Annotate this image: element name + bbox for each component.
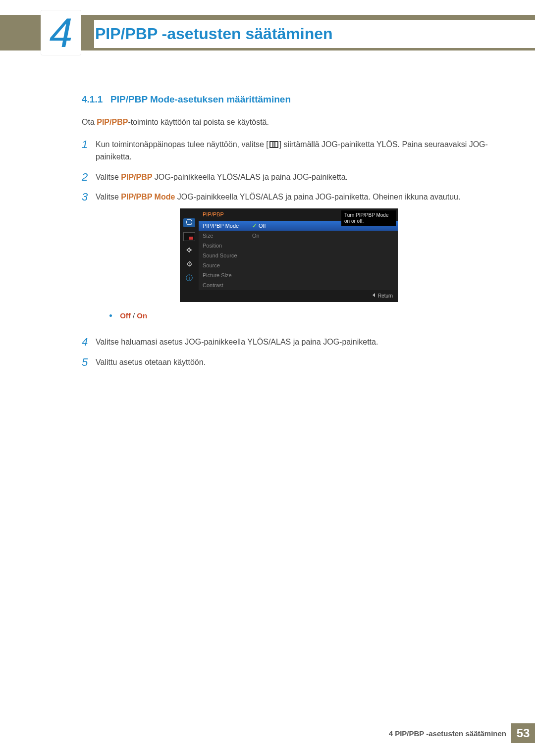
step-text: JOG-painikkeella YLÖS/ALAS ja paina JOG-… <box>152 173 348 181</box>
back-arrow-icon <box>373 293 375 297</box>
step-text: Valitse <box>96 173 121 181</box>
osd-label: Size <box>203 232 252 240</box>
content-area: 4.1.1 PIP/PBP Mode-asetuksen määrittämin… <box>82 94 490 377</box>
section-number: 4.1.1 <box>82 94 103 104</box>
step-5: 5 Valittu asetus otetaan käyttöön. <box>82 356 490 369</box>
osd-value: On <box>252 232 394 240</box>
pip-icon <box>183 232 195 241</box>
step-highlight: PIP/PBP Mode <box>121 193 175 201</box>
step-2: 2 Valitse PIP/PBP JOG-painikkeella YLÖS/… <box>82 171 490 184</box>
osd-label: PIP/PBP Mode <box>203 222 252 230</box>
page-footer: 4 PIP/PBP -asetusten säätäminen 53 <box>389 723 535 743</box>
step-highlight: PIP/PBP <box>121 173 152 181</box>
step-4: 4 Valitse haluamasi asetus JOG-painikkee… <box>82 336 490 349</box>
chapter-number-box: 4 <box>41 10 81 55</box>
osd-row-size: Size On <box>199 231 398 241</box>
osd-value-text: Off <box>259 223 266 229</box>
intro-paragraph: Ota PIP/PBP-toiminto käyttöön tai poista… <box>82 118 490 127</box>
bullet-icon <box>109 314 112 317</box>
intro-highlight: PIP/PBP <box>97 118 128 126</box>
footer-text: 4 PIP/PBP -asetusten säätäminen <box>389 729 506 738</box>
step-body: Valitse haluamasi asetus JOG-painikkeell… <box>96 336 490 349</box>
step-number: 4 <box>82 336 96 349</box>
osd-row-source: Source <box>199 260 398 270</box>
intro-suffix: -toiminto käyttöön tai poista se käytöst… <box>128 118 269 126</box>
step-body: Valitse PIP/PBP JOG-painikkeella YLÖS/AL… <box>96 171 490 184</box>
step-text: Kun toimintonäppäinopas tulee näyttöön, … <box>96 140 268 149</box>
step-text: JOG-painikkeella YLÖS/ALAS ja paina JOG-… <box>175 193 460 201</box>
osd-tooltip: Turn PIP/PBP Mode on or off. <box>341 210 396 226</box>
option-on: On <box>137 311 147 320</box>
header: 4 PIP/PBP -asetusten säätäminen <box>0 0 535 61</box>
intro-prefix: Ota <box>82 118 97 126</box>
page-number: 53 <box>511 723 535 743</box>
step-body: Valittu asetus otetaan käyttöön. <box>96 356 490 369</box>
osd-label: Contrast <box>203 281 252 290</box>
monitor-icon: 🖵 <box>183 218 195 227</box>
osd-screenshot: Turn PIP/PBP Mode on or off. 🖵 ✥ ⚙ ⓘ PIP… <box>180 208 398 302</box>
osd-row-picture-size: Picture Size <box>199 270 398 280</box>
step-3: 3 Valitse PIP/PBP Mode JOG-painikkeella … <box>82 191 490 328</box>
osd-row-sound: Sound Source <box>199 251 398 260</box>
section-heading: 4.1.1 PIP/PBP Mode-asetuksen määrittämin… <box>82 94 490 105</box>
osd-panel: Turn PIP/PBP Mode on or off. 🖵 ✥ ⚙ ⓘ PIP… <box>180 208 398 302</box>
check-icon: ✓ <box>252 223 257 229</box>
osd-sidebar: 🖵 ✥ ⚙ ⓘ <box>180 208 199 290</box>
option-sep: / <box>131 311 137 320</box>
chapter-title: PIP/PBP -asetusten säätäminen <box>94 20 535 48</box>
step-text: Valitse <box>96 193 121 201</box>
step-list: 1 Kun toimintonäppäinopas tulee näyttöön… <box>82 139 490 369</box>
osd-label: Source <box>203 261 252 270</box>
chapter-number: 4 <box>50 12 73 53</box>
osd-label: Sound Source <box>203 252 252 260</box>
move-icon: ✥ <box>183 246 195 255</box>
osd-label: Picture Size <box>203 271 252 280</box>
step-number: 5 <box>82 356 96 369</box>
osd-return-label: Return <box>378 293 393 299</box>
step-number: 2 <box>82 171 96 184</box>
menu-icon <box>269 141 278 148</box>
step-number: 1 <box>82 139 96 163</box>
step-1: 1 Kun toimintonäppäinopas tulee näyttöön… <box>82 139 490 163</box>
section-title: PIP/PBP Mode-asetuksen määrittäminen <box>110 94 291 104</box>
step-body: Kun toimintonäppäinopas tulee näyttöön, … <box>96 139 490 163</box>
osd-footer: Return <box>180 290 398 302</box>
osd-label: Position <box>203 242 252 250</box>
option-off: Off <box>120 311 131 320</box>
option-bullet: Off / On <box>109 310 490 321</box>
step-body: Valitse PIP/PBP Mode JOG-painikkeella YL… <box>96 191 490 328</box>
step-number: 3 <box>82 191 96 328</box>
gear-icon: ⚙ <box>183 260 195 269</box>
info-icon: ⓘ <box>183 274 195 283</box>
osd-row-position: Position <box>199 241 398 251</box>
osd-row-contrast: Contrast <box>199 280 398 290</box>
